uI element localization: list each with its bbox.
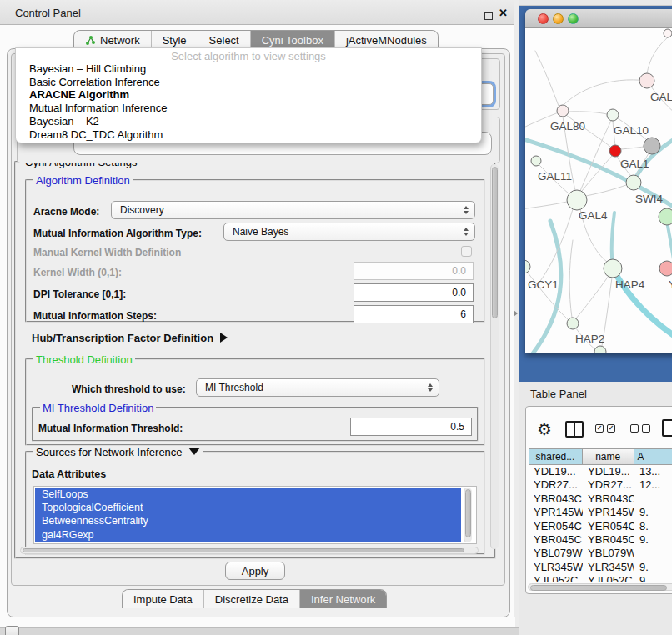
dpi-tolerance-field[interactable]: 0.0 — [354, 283, 474, 302]
mi-threshold-field[interactable]: 0.5 — [350, 418, 472, 436]
network-window-titlebar[interactable] — [525, 9, 672, 28]
mi-steps-value: 6 — [460, 308, 466, 320]
network-edge[interactable] — [621, 147, 644, 149]
network-node-gal1[interactable] — [626, 175, 641, 190]
mi-type-combo[interactable]: Naive Bayes — [223, 222, 475, 241]
table-hscrollbar[interactable] — [528, 583, 672, 591]
algorithm-option[interactable]: Dream8 DC_TDC Algorithm — [16, 128, 481, 142]
network-node-gcy1[interactable] — [525, 260, 530, 273]
attribute-item-selected[interactable]: BetweennessCentrality — [35, 514, 461, 528]
float-window-icon[interactable] — [484, 12, 493, 20]
tab-label: Infer Network — [311, 593, 375, 606]
network-edge[interactable] — [535, 51, 559, 106]
network-edge[interactable] — [586, 185, 626, 196]
network-node-gal11[interactable] — [531, 156, 541, 166]
tab-label: Discretize Data — [215, 593, 288, 606]
attribute-item-selected[interactable]: TopologicalCoefficient — [35, 501, 461, 514]
network-edge[interactable] — [569, 112, 607, 114]
network-node-gal[interactable] — [639, 73, 654, 88]
table-row[interactable]: YER054CYER054C8. — [529, 520, 672, 533]
algorithm-option[interactable]: ARACNE Algorithm — [16, 88, 481, 102]
which-threshold-combo[interactable]: MI Threshold — [196, 378, 439, 397]
tab-select[interactable]: Select — [198, 31, 251, 49]
network-node-hap2[interactable] — [567, 318, 579, 329]
window-close-icon[interactable] — [538, 13, 549, 24]
sources-toggle[interactable]: Sources for Network Inference — [33, 446, 203, 458]
columns-icon[interactable] — [565, 421, 584, 438]
network-view-window[interactable]: GALGAL80GAL10GAL1GAL11GAL4SWI4GCY1HAP4YH… — [525, 9, 672, 353]
network-node[interactable] — [644, 138, 660, 154]
attribute-list-scrollbar[interactable] — [464, 488, 472, 542]
table-row[interactable]: YBR043CYBR043C — [529, 492, 672, 506]
network-edge[interactable] — [537, 209, 573, 286]
network-edge[interactable] — [563, 80, 647, 106]
network-edge[interactable] — [525, 202, 567, 209]
mi-steps-field[interactable]: 6 — [354, 305, 474, 323]
combo-stepper-icon — [428, 383, 433, 392]
aracne-mode-combo[interactable]: Discovery — [111, 201, 475, 219]
network-node-gal4[interactable] — [567, 190, 587, 210]
network-node-swi4[interactable] — [659, 208, 672, 225]
algorithm-option[interactable]: Bayesian – K2 — [16, 115, 481, 128]
window-minimize-icon[interactable] — [553, 13, 564, 24]
attribute-list[interactable]: SelfLoopsTopologicalCoefficientBetweenne… — [35, 488, 461, 542]
tab-network[interactable]: Network — [74, 31, 152, 49]
attribute-item-selected[interactable]: gal4RGexp — [35, 528, 461, 542]
apply-button[interactable]: Apply — [225, 562, 285, 580]
network-canvas[interactable]: GALGAL80GAL10GAL1GAL11GAL4SWI4GCY1HAP4YH… — [525, 28, 672, 353]
settings-hscrollbar-thumb[interactable] — [23, 548, 464, 552]
tab-cyni-toolbox[interactable]: Cyni Toolbox — [251, 31, 335, 49]
table-row[interactable]: YDL19...YDL19...13... — [529, 465, 672, 478]
settings-hscrollbar[interactable] — [20, 547, 479, 554]
tab-impute-data[interactable]: Impute Data — [123, 590, 204, 608]
column-header-shared-name[interactable]: shared... — [529, 448, 583, 465]
network-node[interactable] — [664, 29, 672, 38]
node-label: Y — [669, 278, 672, 291]
table-cell: YBR045C — [583, 533, 634, 547]
column-header-clipped[interactable]: A — [634, 448, 672, 465]
tab-infer-network[interactable]: Infer Network — [300, 590, 386, 608]
network-icon — [85, 35, 96, 46]
table-row[interactable]: YBL079WYBL079W — [529, 547, 672, 560]
attribute-item-selected[interactable]: SelfLoops — [35, 488, 461, 501]
column-header-name[interactable]: name — [583, 448, 634, 465]
table-row[interactable]: YBR045CYBR045C9. — [529, 533, 672, 547]
network-edge[interactable] — [569, 240, 573, 318]
network-edge[interactable] — [647, 38, 668, 73]
network-node[interactable] — [594, 346, 606, 353]
tab-style[interactable]: Style — [152, 31, 198, 49]
network-edge[interactable] — [668, 226, 672, 259]
network-node-gal80[interactable] — [557, 105, 569, 117]
settings-scrollbar-thumb[interactable] — [492, 167, 498, 318]
divider-collapse-arrow-icon[interactable] — [514, 310, 518, 317]
algorithm-option[interactable]: Mutual Information Inference — [16, 102, 481, 115]
table-cell: 8. — [634, 520, 672, 533]
attribute-scrollbar-thumb[interactable] — [465, 489, 471, 538]
gear-icon[interactable]: ⚙ — [537, 419, 552, 439]
panel-corner-button[interactable] — [5, 626, 19, 635]
file-export-icon[interactable] — [662, 419, 672, 437]
network-node-gal10[interactable] — [607, 109, 619, 121]
table-hscrollbar-thumb[interactable] — [530, 585, 667, 591]
kernel-width-field[interactable]: 0.0 — [354, 262, 474, 280]
table-row[interactable]: YJL052CYJL052C9 — [529, 574, 672, 582]
network-node[interactable] — [609, 145, 621, 157]
algorithm-option[interactable]: Basic Correlation Inference — [16, 76, 481, 89]
close-icon[interactable]: ✕ — [499, 7, 508, 19]
table-row[interactable]: YLR345WYLR345W9. — [529, 561, 672, 574]
window-zoom-icon[interactable] — [568, 13, 579, 24]
hub-section-toggle[interactable]: Hub/Transcription Factor Definition — [32, 332, 228, 344]
algorithm-option[interactable]: Bayesian – Hill Climbing — [16, 62, 481, 76]
tab-jactivemnodules[interactable]: jActiveMNodules — [335, 31, 438, 49]
network-node-y[interactable] — [659, 261, 672, 276]
select-all-checkboxes-icon[interactable]: ✓ ✓ — [595, 424, 615, 432]
network-edge[interactable] — [576, 276, 609, 318]
network-node-hap4[interactable] — [604, 259, 622, 278]
settings-scrollbar[interactable] — [490, 164, 499, 549]
deselect-all-checkboxes-icon[interactable] — [630, 424, 650, 432]
table-cell: YJL052C — [529, 574, 583, 582]
table-row[interactable]: YPR145WYPR145W9. — [529, 506, 672, 519]
manual-kernel-checkbox[interactable] — [461, 246, 472, 257]
tab-discretize-data[interactable]: Discretize Data — [204, 590, 300, 608]
table-row[interactable]: YDR27...YDR27...12... — [529, 478, 672, 492]
